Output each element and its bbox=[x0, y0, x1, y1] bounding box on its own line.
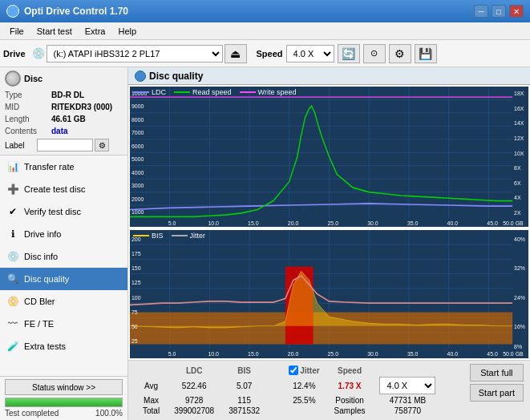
sidebar-item-disc-quality[interactable]: 🔍 Disc quality bbox=[0, 268, 127, 290]
speed-label: Speed bbox=[257, 49, 283, 59]
svg-text:24%: 24% bbox=[514, 294, 525, 302]
svg-text:15.0: 15.0 bbox=[248, 220, 259, 227]
svg-text:10X: 10X bbox=[514, 149, 524, 156]
label-set-button[interactable]: ⚙ bbox=[95, 139, 109, 151]
max-ldc: 9728 bbox=[168, 396, 220, 405]
nav-label-extra-tests: Extra tests bbox=[24, 341, 66, 351]
svg-text:30.0: 30.0 bbox=[367, 350, 378, 358]
max-bis: 115 bbox=[222, 396, 266, 405]
settings-button[interactable]: ⚙ bbox=[389, 44, 411, 63]
svg-text:6X: 6X bbox=[514, 179, 521, 186]
minimize-button[interactable]: ─ bbox=[474, 5, 488, 18]
jitter-label: Jitter bbox=[300, 366, 319, 375]
eject-button[interactable]: ⏏ bbox=[225, 44, 247, 63]
max-label: Max bbox=[136, 396, 166, 405]
total-bis: 3871532 bbox=[222, 406, 266, 415]
sidebar-item-create-test-disc[interactable]: ➕ Create test disc bbox=[0, 178, 127, 200]
avg-ldc: 522.46 bbox=[168, 377, 220, 394]
extra-tests-icon: 🧪 bbox=[6, 340, 19, 353]
svg-text:150: 150 bbox=[131, 265, 141, 273]
svg-text:25.0: 25.0 bbox=[328, 350, 339, 358]
svg-text:25.0: 25.0 bbox=[328, 220, 339, 227]
speed-select[interactable]: 4.0 X 8.0 X MAX bbox=[286, 45, 334, 63]
sidebar-item-transfer-rate[interactable]: 📊 Transfer rate bbox=[0, 155, 127, 178]
type-label: Type bbox=[5, 90, 51, 101]
svg-text:35.0: 35.0 bbox=[407, 220, 419, 227]
max-jitter: 25.5% bbox=[282, 396, 326, 405]
status-window-button[interactable]: Status window >> bbox=[5, 379, 123, 395]
svg-text:10.0: 10.0 bbox=[208, 220, 219, 227]
nav-label-create-test: Create test disc bbox=[24, 184, 85, 194]
svg-text:5.0: 5.0 bbox=[168, 350, 176, 358]
nav-label-cd-bler: CD Bler bbox=[24, 297, 55, 306]
drive-info-icon: ℹ bbox=[6, 228, 19, 240]
stats-area: LDC BIS Jitter Speed bbox=[128, 360, 530, 420]
menu-help[interactable]: Help bbox=[111, 25, 143, 38]
col-jitter-header: Jitter bbox=[282, 365, 326, 375]
legend-write-speed: Write speed bbox=[240, 88, 297, 96]
position-val: 47731 MB bbox=[373, 396, 442, 405]
start-full-button[interactable]: Start full bbox=[470, 364, 524, 382]
legend-ldc-color bbox=[133, 91, 149, 93]
label-field-label: Label bbox=[5, 141, 37, 150]
disc-panel: Disc Type BD-R DL MID RITEKDR3 (000) Len… bbox=[0, 67, 127, 155]
disc-read-button[interactable]: ⊙ bbox=[363, 44, 386, 63]
svg-text:32%: 32% bbox=[514, 265, 525, 273]
cd-bler-icon: 📀 bbox=[6, 295, 19, 308]
svg-text:45.0: 45.0 bbox=[487, 350, 498, 358]
svg-text:7000: 7000 bbox=[131, 129, 144, 136]
start-part-button[interactable]: Start part bbox=[470, 384, 524, 402]
svg-text:4X: 4X bbox=[514, 194, 521, 201]
nav-label-transfer-rate: Transfer rate bbox=[24, 162, 75, 172]
avg-label: Avg bbox=[136, 377, 166, 394]
avg-jitter: 12.4% bbox=[282, 377, 326, 394]
disc-icon bbox=[5, 71, 21, 87]
menu-bar: File Start test Extra Help bbox=[0, 22, 530, 40]
drive-label: Drive bbox=[3, 49, 26, 59]
menu-extra[interactable]: Extra bbox=[79, 25, 112, 38]
refresh-button[interactable]: 🔄 bbox=[338, 44, 360, 63]
sidebar-item-extra-tests[interactable]: 🧪 Extra tests bbox=[0, 335, 127, 357]
label-input[interactable] bbox=[37, 139, 93, 151]
stats-table: LDC BIS Jitter Speed bbox=[135, 364, 443, 417]
save-button[interactable]: 💾 bbox=[415, 44, 437, 63]
avg-speed: 1.73 X bbox=[328, 377, 372, 394]
type-value: BD-R DL bbox=[51, 90, 84, 101]
speed-dropdown[interactable]: 4.0 X8.0 XMAX bbox=[379, 377, 435, 394]
sidebar-item-fe-te[interactable]: 〰 FE / TE bbox=[0, 313, 127, 335]
legend-ldc: LDC bbox=[133, 88, 166, 96]
svg-text:50.0 GB: 50.0 GB bbox=[503, 350, 523, 358]
verify-test-icon: ✔ bbox=[6, 205, 19, 218]
bottom-chart-svg: 200 175 150 125 100 75 50 25 40% 32% 24%… bbox=[130, 230, 528, 358]
menu-file[interactable]: File bbox=[3, 25, 30, 38]
bottom-chart: BIS Jitter bbox=[130, 230, 528, 358]
chart-header-icon bbox=[135, 71, 146, 82]
main-content: Disc Type BD-R DL MID RITEKDR3 (000) Len… bbox=[0, 67, 530, 420]
svg-text:5000: 5000 bbox=[131, 155, 144, 163]
svg-text:30.0: 30.0 bbox=[367, 220, 378, 227]
menu-start-test[interactable]: Start test bbox=[30, 25, 79, 38]
status-text: Test completed bbox=[5, 409, 59, 418]
sidebar-item-verify-test-disc[interactable]: ✔ Verify test disc bbox=[0, 200, 127, 223]
sidebar-item-drive-info[interactable]: ℹ Drive info bbox=[0, 223, 127, 245]
mid-value: RITEKDR3 (000) bbox=[51, 102, 112, 113]
drive-select[interactable]: (k:) ATAPI iHBS312 2 PL17 bbox=[47, 45, 223, 63]
maximize-button[interactable]: □ bbox=[492, 5, 506, 18]
svg-text:12X: 12X bbox=[514, 135, 524, 142]
svg-text:4000: 4000 bbox=[131, 168, 144, 176]
svg-text:100: 100 bbox=[131, 294, 141, 302]
sidebar-item-disc-info[interactable]: 💿 Disc info bbox=[0, 245, 127, 268]
svg-text:35.0: 35.0 bbox=[407, 350, 419, 358]
close-button[interactable]: ✕ bbox=[509, 5, 524, 18]
svg-text:40%: 40% bbox=[514, 236, 525, 244]
disc-info-icon: 💿 bbox=[6, 250, 19, 263]
sidebar-item-cd-bler[interactable]: 📀 CD Bler bbox=[0, 290, 127, 313]
svg-text:40.0: 40.0 bbox=[447, 350, 459, 358]
jitter-checkbox[interactable] bbox=[289, 365, 298, 375]
nav-items: 📊 Transfer rate ➕ Create test disc ✔ Ver… bbox=[0, 155, 127, 376]
svg-text:50.0 GB: 50.0 GB bbox=[503, 220, 524, 227]
create-test-icon: ➕ bbox=[6, 183, 19, 196]
top-chart: LDC Read speed Write speed bbox=[130, 87, 528, 227]
svg-text:175: 175 bbox=[131, 250, 141, 258]
legend-bis: BIS bbox=[133, 232, 164, 240]
